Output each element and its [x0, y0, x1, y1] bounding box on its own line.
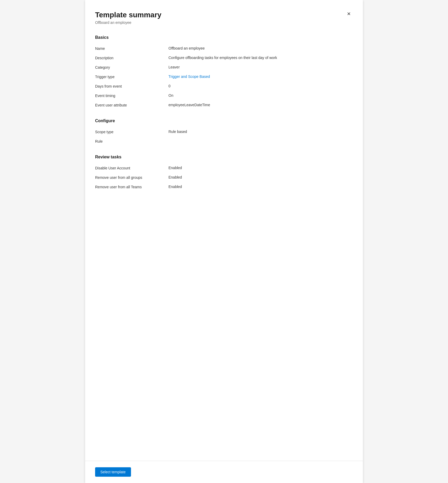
field-value-event-timing: On [168, 93, 353, 98]
field-value-disable-user-account: Enabled [168, 166, 353, 170]
field-value-remove-from-teams: Enabled [168, 185, 353, 189]
field-value-description: Configure offboarding tasks for employee… [168, 56, 353, 60]
panel-header: Template summary Offboard an employee ✕ [95, 10, 353, 25]
field-value-scope-type: Rule based [168, 130, 353, 134]
field-row-category: Category Leaver [95, 63, 353, 72]
field-row-disable-user-account: Disable User Account Enabled [95, 164, 353, 173]
panel-content: Template summary Offboard an employee ✕ … [85, 0, 363, 461]
panel-subtitle: Offboard an employee [95, 20, 161, 25]
field-value-category: Leaver [168, 65, 353, 69]
field-value-name: Offboard an employee [168, 46, 353, 50]
field-row-description: Description Configure offboarding tasks … [95, 53, 353, 63]
field-label-rule: Rule [95, 139, 168, 143]
configure-section-title: Configure [95, 119, 353, 123]
field-value-event-user-attribute: employeeLeaveDateTime [168, 103, 353, 107]
field-label-days-from-event: Days from event [95, 84, 168, 88]
field-row-days-from-event: Days from event 0 [95, 82, 353, 91]
close-icon: ✕ [347, 12, 351, 16]
basics-section-title: Basics [95, 35, 353, 40]
field-value-trigger-type: Trigger and Scope Based [168, 74, 353, 79]
field-label-remove-from-groups: Remove user from all groups [95, 175, 168, 180]
field-label-event-timing: Event timing [95, 93, 168, 98]
field-label-name: Name [95, 46, 168, 51]
field-label-event-user-attribute: Event user attribute [95, 103, 168, 107]
review-tasks-section-title: Review tasks [95, 155, 353, 159]
field-row-event-user-attribute: Event user attribute employeeLeaveDateTi… [95, 101, 353, 110]
field-label-scope-type: Scope type [95, 130, 168, 134]
field-row-event-timing: Event timing On [95, 91, 353, 101]
field-row-trigger-type: Trigger type Trigger and Scope Based [95, 72, 353, 82]
review-tasks-section: Review tasks Disable User Account Enable… [95, 155, 353, 192]
select-template-button[interactable]: Select template [95, 467, 131, 477]
field-label-description: Description [95, 56, 168, 60]
field-row-rule: Rule [95, 137, 353, 146]
field-label-disable-user-account: Disable User Account [95, 166, 168, 170]
field-label-trigger-type: Trigger type [95, 74, 168, 79]
template-summary-panel: Template summary Offboard an employee ✕ … [85, 0, 363, 483]
field-value-remove-from-groups: Enabled [168, 175, 353, 179]
configure-section: Configure Scope type Rule based Rule [95, 119, 353, 146]
field-row-scope-type: Scope type Rule based [95, 127, 353, 137]
basics-section: Basics Name Offboard an employee Descrip… [95, 35, 353, 110]
field-row-remove-from-groups: Remove user from all groups Enabled [95, 173, 353, 183]
field-label-category: Category [95, 65, 168, 69]
field-label-remove-from-teams: Remove user from all Teams [95, 185, 168, 189]
field-row-name: Name Offboard an employee [95, 44, 353, 53]
close-button[interactable]: ✕ [345, 10, 353, 17]
field-value-days-from-event: 0 [168, 84, 353, 88]
panel-footer: Select template [85, 461, 363, 483]
header-title-group: Template summary Offboard an employee [95, 10, 161, 25]
panel-title: Template summary [95, 10, 161, 19]
field-row-remove-from-teams: Remove user from all Teams Enabled [95, 183, 353, 192]
